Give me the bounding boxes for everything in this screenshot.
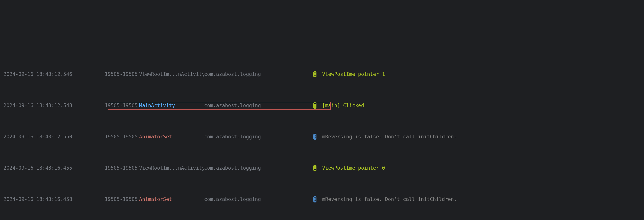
log-tag: ViewRootIm...nActivity] bbox=[139, 164, 204, 172]
log-message: [main] Clicked bbox=[319, 102, 644, 110]
log-row[interactable]: 2024-09-16 18:43:16.458 19505-19505 Anim… bbox=[4, 195, 644, 203]
log-level-badge: I bbox=[314, 165, 316, 171]
log-timestamp: 2024-09-16 18:43:16.455 bbox=[4, 164, 105, 172]
log-message: mReversing is false. Don't call initChil… bbox=[319, 133, 644, 141]
log-package: com.azabost.logging bbox=[204, 195, 311, 203]
log-tag: AnimatorSet bbox=[139, 195, 204, 203]
log-row[interactable]: 2024-09-16 18:43:16.455 19505-19505 View… bbox=[4, 164, 644, 172]
log-timestamp: 2024-09-16 18:43:12.546 bbox=[4, 70, 105, 78]
log-level-badge: D bbox=[314, 196, 316, 203]
log-pid: 19505-19505 bbox=[105, 102, 139, 110]
log-row[interactable]: 2024-09-16 18:43:12.546 19505-19505 View… bbox=[4, 70, 644, 78]
log-row[interactable]: 2024-09-16 18:43:12.548 19505-19505 Main… bbox=[4, 102, 644, 110]
log-timestamp: 2024-09-16 18:43:12.550 bbox=[4, 133, 105, 141]
log-package: com.azabost.logging bbox=[204, 102, 311, 110]
log-message: ViewPostIme pointer 0 bbox=[319, 164, 644, 172]
log-tag: MainActivity bbox=[139, 102, 204, 110]
log-row[interactable]: 2024-09-16 18:43:12.550 19505-19505 Anim… bbox=[4, 133, 644, 141]
log-timestamp: 2024-09-16 18:43:16.458 bbox=[4, 195, 105, 203]
log-level-badge: I bbox=[314, 71, 316, 77]
log-level-badge: I bbox=[314, 102, 316, 109]
log-tag: AnimatorSet bbox=[139, 133, 204, 141]
log-pid: 19505-19505 bbox=[105, 195, 139, 203]
log-level-badge: D bbox=[314, 134, 316, 140]
log-package: com.azabost.logging bbox=[204, 70, 311, 78]
log-pid: 19505-19505 bbox=[105, 133, 139, 141]
log-message: mReversing is false. Don't call initChil… bbox=[319, 195, 644, 203]
log-timestamp: 2024-09-16 18:43:12.548 bbox=[4, 102, 105, 110]
logcat-view[interactable]: 2024-09-16 18:43:12.546 19505-19505 View… bbox=[0, 39, 644, 220]
log-message: ViewPostIme pointer 1 bbox=[319, 70, 644, 78]
log-package: com.azabost.logging bbox=[204, 164, 311, 172]
log-tag: ViewRootIm...nActivity] bbox=[139, 70, 204, 78]
log-package: com.azabost.logging bbox=[204, 133, 311, 141]
log-pid: 19505-19505 bbox=[105, 164, 139, 172]
log-pid: 19505-19505 bbox=[105, 70, 139, 78]
